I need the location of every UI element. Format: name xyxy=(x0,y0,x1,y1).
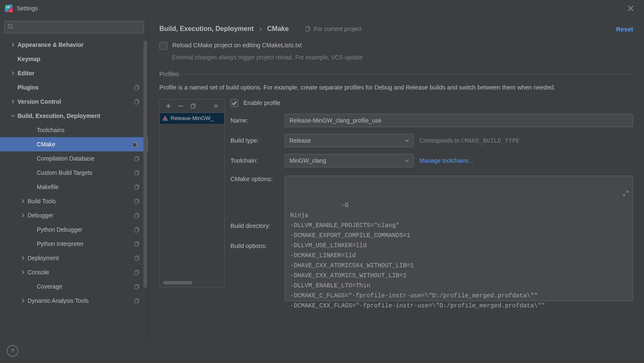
cmake-options-text: -G Ninja -DLLVM_ENABLE_PROJECTS="clang" … xyxy=(290,202,545,309)
cmake-options-label: CMake options: xyxy=(230,176,285,182)
chevron-down-icon xyxy=(405,158,409,163)
sidebar-item-console[interactable]: Console xyxy=(0,265,148,279)
svg-rect-14 xyxy=(135,200,138,204)
profile-item[interactable]: Release-MinGW_ xyxy=(160,113,224,124)
sidebar-item-makefile[interactable]: Makefile xyxy=(0,180,148,194)
svg-rect-20 xyxy=(135,243,138,246)
project-scope-icon xyxy=(133,227,141,233)
minus-icon xyxy=(178,103,184,109)
app-icon xyxy=(5,5,13,12)
toolchain-label: Toolchain: xyxy=(230,157,285,164)
sidebar-item-label: Python Debugger xyxy=(37,226,133,233)
more-button[interactable] xyxy=(210,100,222,112)
sidebar-item-deployment[interactable]: Deployment xyxy=(0,251,148,265)
sidebar-item-build-tools[interactable]: Build Tools xyxy=(0,194,148,208)
breadcrumb: Build, Execution, Deployment CMake For c… xyxy=(159,23,633,35)
svg-rect-32 xyxy=(191,105,194,108)
build-options-label: Build options: xyxy=(230,243,285,249)
sidebar-item-label: Coverage xyxy=(37,283,133,290)
svg-rect-6 xyxy=(133,143,136,147)
sidebar-item-python-interpreter[interactable]: Python Interpreter xyxy=(0,237,148,251)
help-button[interactable]: ? xyxy=(7,345,18,357)
sidebar-item-label: Custom Build Targets xyxy=(37,169,133,176)
sidebar-item-label: Build, Execution, Deployment xyxy=(18,112,133,119)
enable-profile-checkbox[interactable] xyxy=(230,99,238,107)
svg-rect-8 xyxy=(135,157,138,161)
toolchain-value: MinGW_clang xyxy=(289,157,326,164)
settings-tree[interactable]: Appearance & BehaviorKeymapEditorPlugins… xyxy=(0,38,148,338)
project-scope-icon xyxy=(133,99,141,105)
expand-icon[interactable] xyxy=(565,179,629,210)
sidebar-item-coverage[interactable]: Coverage xyxy=(0,279,148,294)
sidebar-item-debugger[interactable]: Debugger xyxy=(0,208,148,222)
svg-rect-26 xyxy=(135,285,138,289)
sidebar-item-keymap[interactable]: Keymap xyxy=(0,52,148,66)
add-button[interactable] xyxy=(162,100,174,112)
sidebar-item-label: Console xyxy=(28,269,133,276)
sidebar-item-toolchains[interactable]: Toolchains xyxy=(0,123,148,137)
sidebar-item-label: Dynamic Analysis Tools xyxy=(28,297,133,304)
sidebar-item-compilation-database[interactable]: Compilation Database xyxy=(0,151,148,166)
profiles-toolbar xyxy=(160,100,224,113)
chevron-right-icon xyxy=(18,270,28,274)
reset-button[interactable]: Reset xyxy=(616,26,633,33)
remove-button[interactable] xyxy=(175,100,187,112)
chevron-right-icon xyxy=(18,199,28,203)
profile-form: Enable profile Name: Build type: Release xyxy=(230,99,633,301)
sidebar-item-build-execution-deployment[interactable]: Build, Execution, Deployment xyxy=(0,109,148,123)
svg-rect-22 xyxy=(135,257,138,261)
copy-icon xyxy=(191,103,196,109)
plus-icon xyxy=(166,103,171,109)
sidebar-item-label: Toolchains xyxy=(37,127,133,133)
scrollbar[interactable] xyxy=(143,41,147,288)
buildtype-select[interactable]: Release xyxy=(285,134,414,147)
svg-rect-2 xyxy=(135,86,138,90)
settings-sidebar: Appearance & BehaviorKeymapEditorPlugins… xyxy=(0,17,148,338)
breadcrumb-parent[interactable]: Build, Execution, Deployment xyxy=(159,25,254,33)
footer: ? xyxy=(0,338,644,363)
sidebar-item-plugins[interactable]: Plugins xyxy=(0,80,148,95)
profiles-desc: Profile is a named set of build options.… xyxy=(159,83,633,92)
sidebar-item-cmake[interactable]: CMake xyxy=(0,137,148,151)
chevron-right-icon xyxy=(8,71,18,75)
titlebar: Settings xyxy=(0,0,644,17)
scope-badge: For current project xyxy=(305,26,361,32)
build-directory-label: Build directory: xyxy=(230,222,285,229)
reload-checkbox[interactable] xyxy=(159,42,167,50)
buildtype-label: Build type: xyxy=(230,137,285,144)
search-input[interactable] xyxy=(4,21,144,33)
profiles-divider: Profiles xyxy=(159,71,633,77)
copy-icon xyxy=(305,26,311,32)
cmake-options-textarea[interactable]: -G Ninja -DLLVM_ENABLE_PROJECTS="clang" … xyxy=(285,176,633,301)
project-scope-icon xyxy=(133,298,141,304)
sidebar-item-label: CMake xyxy=(37,141,131,148)
window-title: Settings xyxy=(17,5,38,12)
sidebar-item-editor[interactable]: Editor xyxy=(0,66,148,80)
buildtype-hint: Corresponds to CMAKE_BUILD_TYPE xyxy=(419,137,519,144)
project-scope-icon xyxy=(133,213,141,218)
chevron-right-icon xyxy=(18,256,28,260)
toolchain-select[interactable]: MinGW_clang xyxy=(285,154,414,167)
manage-toolchains-link[interactable]: Manage toolchains... xyxy=(419,157,473,164)
profile-item-label: Release-MinGW_ xyxy=(171,115,214,121)
close-button[interactable] xyxy=(622,0,639,17)
chevron-right-icon xyxy=(8,43,18,47)
project-scope-icon xyxy=(133,284,141,289)
sidebar-item-custom-build-targets[interactable]: Custom Build Targets xyxy=(0,166,148,180)
sidebar-item-label: Appearance & Behavior xyxy=(18,41,133,48)
sidebar-item-python-debugger[interactable]: Python Debugger xyxy=(0,222,148,237)
sidebar-item-label: Compilation Database xyxy=(37,155,133,162)
svg-rect-24 xyxy=(135,271,138,275)
copy-button[interactable] xyxy=(187,100,199,112)
horizontal-scrollbar[interactable] xyxy=(161,281,222,285)
sidebar-item-dynamic-analysis-tools[interactable]: Dynamic Analysis Tools xyxy=(0,294,148,308)
sidebar-item-version-control[interactable]: Version Control xyxy=(0,95,148,109)
sidebar-item-appearance-behavior[interactable]: Appearance & Behavior xyxy=(0,38,148,52)
sidebar-item-label: Version Control xyxy=(18,98,133,105)
name-input[interactable] xyxy=(285,114,633,127)
project-scope-icon xyxy=(133,85,141,90)
chevron-down-icon xyxy=(405,138,409,143)
project-scope-icon xyxy=(133,241,141,247)
chevron-down-icon xyxy=(8,114,18,118)
enable-profile-label: Enable profile xyxy=(243,100,281,106)
